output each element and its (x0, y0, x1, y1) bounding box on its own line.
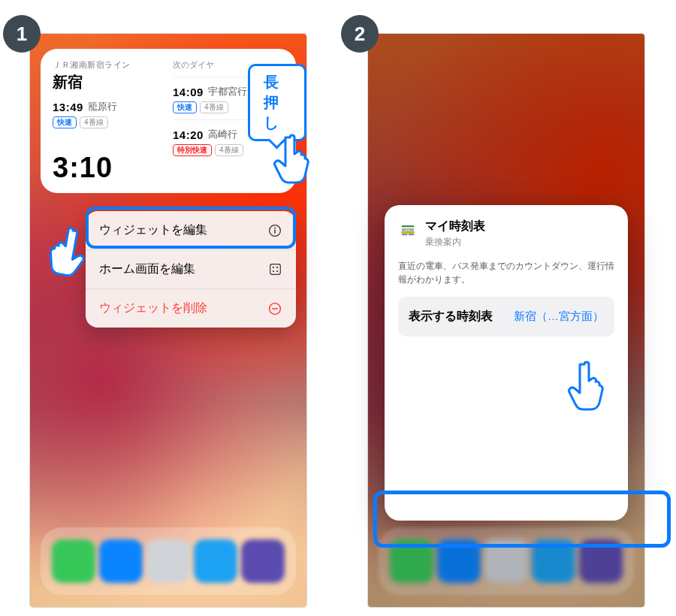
svg-point-7 (276, 270, 277, 272)
hand-pointer-icon (565, 357, 617, 417)
primary-dep-dest: 籠原行 (88, 100, 117, 113)
app-icon: 🚃 (398, 219, 418, 238)
dock-app-4[interactable] (194, 539, 237, 583)
upcoming-2-time: 14:20 (173, 128, 204, 141)
upcoming-1-dest: 宇都宮行 (208, 85, 247, 98)
upcoming-1-platform-tag: 4番線 (200, 101, 228, 113)
countdown: 3:10 (53, 152, 164, 184)
widget-context-menu: ウィジェットを編集 ホーム画面を編集 ウィジェットを削除 (86, 211, 296, 328)
minus-circle-icon (267, 301, 282, 316)
phone-screenshot-1: ＪＲ湘南新宿ライン 新宿 13:49 籠原行 快速 4番線 3:10 次のダイヤ… (30, 34, 306, 607)
station-name: 新宿 (53, 72, 164, 92)
settings-title: マイ時刻表 (425, 219, 485, 234)
primary-dep-time: 13:49 (53, 101, 83, 113)
primary-platform-tag: 4番線 (80, 116, 108, 128)
dock-app-1[interactable] (52, 539, 95, 583)
hand-pointer-icon (32, 218, 94, 286)
setting-row-label: 表示する時刻表 (409, 309, 493, 325)
dock-app-3[interactable] (146, 539, 190, 583)
primary-rapid-tag: 快速 (53, 116, 77, 128)
settings-description: 直近の電車、バス発車までのカウントダウン、運行情報がわかります。 (398, 259, 614, 286)
dock-app-3[interactable] (484, 539, 528, 583)
upcoming-2-dest: 高崎行 (208, 128, 237, 141)
step-badge-2: 2 (341, 15, 379, 53)
dock-app-5[interactable] (579, 539, 623, 583)
dock-app-2[interactable] (99, 539, 143, 583)
info-icon (267, 223, 282, 238)
ctx-remove-widget[interactable]: ウィジェットを削除 (86, 289, 296, 328)
svg-point-5 (276, 267, 277, 268)
svg-rect-2 (274, 229, 275, 233)
dock-app-4[interactable] (532, 539, 575, 583)
phone-screenshot-2: 🚃 マイ時刻表 乗換案内 直近の電車、バス発車までのカウントダウン、運行情報がわ… (368, 34, 644, 607)
upcoming-2-type-tag: 特別快速 (173, 144, 212, 156)
svg-rect-9 (272, 308, 278, 310)
line-name: ＪＲ湘南新宿ライン (53, 59, 164, 71)
ctx-edit-widget[interactable]: ウィジェットを編集 (86, 211, 296, 250)
svg-rect-3 (270, 264, 280, 275)
svg-point-1 (274, 227, 276, 228)
svg-point-4 (272, 267, 273, 268)
upcoming-1-type-tag: 快速 (173, 101, 197, 113)
dock-app-2[interactable] (437, 539, 481, 583)
apps-grid-icon (267, 262, 282, 277)
dock-app-5[interactable] (241, 539, 285, 583)
home-dock (379, 527, 634, 595)
step-badge-1: 1 (3, 15, 41, 53)
hand-pointer-icon (270, 130, 323, 190)
setting-row-value: 新宿（…宮方面） (514, 310, 604, 324)
home-dock (41, 527, 296, 595)
settings-subtitle: 乗換案内 (425, 236, 485, 249)
ctx-edit-home[interactable]: ホーム画面を編集 (86, 250, 296, 289)
svg-point-6 (272, 270, 273, 272)
upcoming-1-time: 14:09 (173, 86, 204, 98)
dock-app-1[interactable] (390, 539, 433, 583)
upcoming-2-platform-tag: 4番線 (215, 144, 243, 156)
ctx-remove-widget-label: ウィジェットを削除 (99, 300, 207, 316)
ctx-edit-widget-label: ウィジェットを編集 (99, 222, 207, 238)
ctx-edit-home-label: ホーム画面を編集 (99, 261, 195, 277)
setting-row-timetable[interactable]: 表示する時刻表 新宿（…宮方面） (398, 297, 614, 337)
